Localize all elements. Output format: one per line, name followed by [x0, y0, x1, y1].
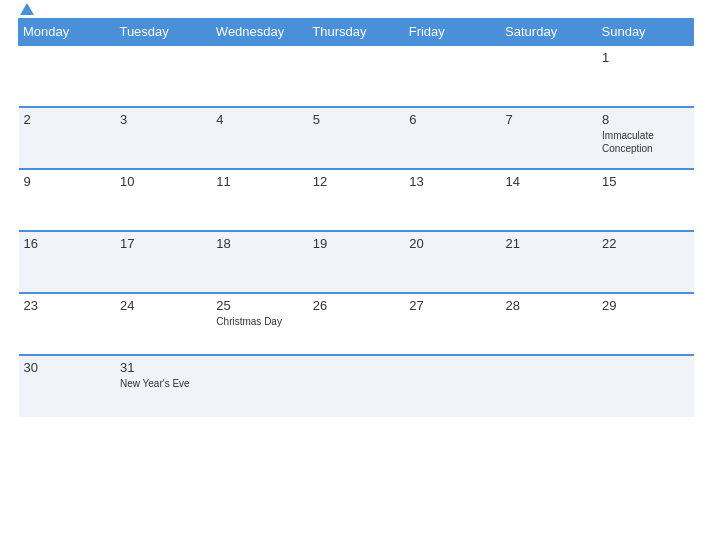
day-number: 23: [24, 298, 110, 313]
calendar-cell: 19: [308, 231, 404, 293]
calendar-cell: 1: [597, 45, 693, 107]
calendar-table: MondayTuesdayWednesdayThursdayFridaySatu…: [18, 18, 694, 417]
calendar-cell: 4: [211, 107, 307, 169]
day-number: 31: [120, 360, 206, 375]
calendar-cell: 13: [404, 169, 500, 231]
calendar-cell: 27: [404, 293, 500, 355]
day-number: 4: [216, 112, 302, 127]
day-number: 26: [313, 298, 399, 313]
day-number: 21: [506, 236, 592, 251]
day-number: 10: [120, 174, 206, 189]
week-row-2: 2345678Immaculate Conception: [19, 107, 694, 169]
calendar-cell: [501, 45, 597, 107]
logo: [18, 4, 34, 16]
weekday-header-sunday: Sunday: [597, 19, 693, 46]
calendar-cell: [501, 355, 597, 417]
calendar-cell: 5: [308, 107, 404, 169]
calendar-cell: [115, 45, 211, 107]
day-number: 1: [602, 50, 688, 65]
day-number: 30: [24, 360, 110, 375]
day-event: Immaculate Conception: [602, 129, 688, 155]
calendar-cell: 9: [19, 169, 115, 231]
day-number: 20: [409, 236, 495, 251]
day-event: Christmas Day: [216, 315, 302, 328]
calendar-cell: 7: [501, 107, 597, 169]
day-number: 17: [120, 236, 206, 251]
day-number: 3: [120, 112, 206, 127]
day-number: 24: [120, 298, 206, 313]
calendar-cell: 31New Year's Eve: [115, 355, 211, 417]
calendar-cell: [19, 45, 115, 107]
day-number: 11: [216, 174, 302, 189]
calendar-cell: 18: [211, 231, 307, 293]
calendar-cell: 29: [597, 293, 693, 355]
week-row-3: 9101112131415: [19, 169, 694, 231]
calendar-cell: 21: [501, 231, 597, 293]
calendar-cell: 17: [115, 231, 211, 293]
calendar-cell: 25Christmas Day: [211, 293, 307, 355]
calendar-wrapper: MondayTuesdayWednesdayThursdayFridaySatu…: [0, 0, 712, 550]
calendar-cell: 22: [597, 231, 693, 293]
calendar-cell: 12: [308, 169, 404, 231]
calendar-cell: [211, 45, 307, 107]
calendar-cell: 8Immaculate Conception: [597, 107, 693, 169]
calendar-cell: 11: [211, 169, 307, 231]
calendar-cell: 26: [308, 293, 404, 355]
day-number: 8: [602, 112, 688, 127]
weekday-header-monday: Monday: [19, 19, 115, 46]
week-row-4: 16171819202122: [19, 231, 694, 293]
day-number: 16: [24, 236, 110, 251]
day-number: 25: [216, 298, 302, 313]
day-number: 18: [216, 236, 302, 251]
calendar-cell: 14: [501, 169, 597, 231]
week-row-1: 1: [19, 45, 694, 107]
weekday-header-friday: Friday: [404, 19, 500, 46]
week-row-5: 232425Christmas Day26272829: [19, 293, 694, 355]
calendar-cell: 15: [597, 169, 693, 231]
calendar-cell: [597, 355, 693, 417]
day-number: 2: [24, 112, 110, 127]
calendar-cell: 28: [501, 293, 597, 355]
day-number: 5: [313, 112, 399, 127]
calendar-cell: 3: [115, 107, 211, 169]
day-number: 28: [506, 298, 592, 313]
day-number: 19: [313, 236, 399, 251]
day-number: 6: [409, 112, 495, 127]
calendar-cell: [308, 45, 404, 107]
calendar-cell: 23: [19, 293, 115, 355]
day-number: 7: [506, 112, 592, 127]
calendar-cell: 24: [115, 293, 211, 355]
week-row-6: 3031New Year's Eve: [19, 355, 694, 417]
weekday-header-tuesday: Tuesday: [115, 19, 211, 46]
day-number: 29: [602, 298, 688, 313]
calendar-cell: [404, 45, 500, 107]
weekday-header-saturday: Saturday: [501, 19, 597, 46]
calendar-cell: 30: [19, 355, 115, 417]
day-number: 13: [409, 174, 495, 189]
day-number: 27: [409, 298, 495, 313]
weekday-header-thursday: Thursday: [308, 19, 404, 46]
calendar-cell: [308, 355, 404, 417]
weekday-header-wednesday: Wednesday: [211, 19, 307, 46]
day-number: 9: [24, 174, 110, 189]
day-number: 14: [506, 174, 592, 189]
calendar-cell: 6: [404, 107, 500, 169]
calendar-cell: [211, 355, 307, 417]
day-event: New Year's Eve: [120, 377, 206, 390]
day-number: 22: [602, 236, 688, 251]
weekday-header-row: MondayTuesdayWednesdayThursdayFridaySatu…: [19, 19, 694, 46]
calendar-cell: [404, 355, 500, 417]
calendar-cell: 20: [404, 231, 500, 293]
day-number: 12: [313, 174, 399, 189]
logo-triangle-icon: [20, 3, 34, 15]
calendar-cell: 16: [19, 231, 115, 293]
calendar-cell: 10: [115, 169, 211, 231]
calendar-cell: 2: [19, 107, 115, 169]
day-number: 15: [602, 174, 688, 189]
